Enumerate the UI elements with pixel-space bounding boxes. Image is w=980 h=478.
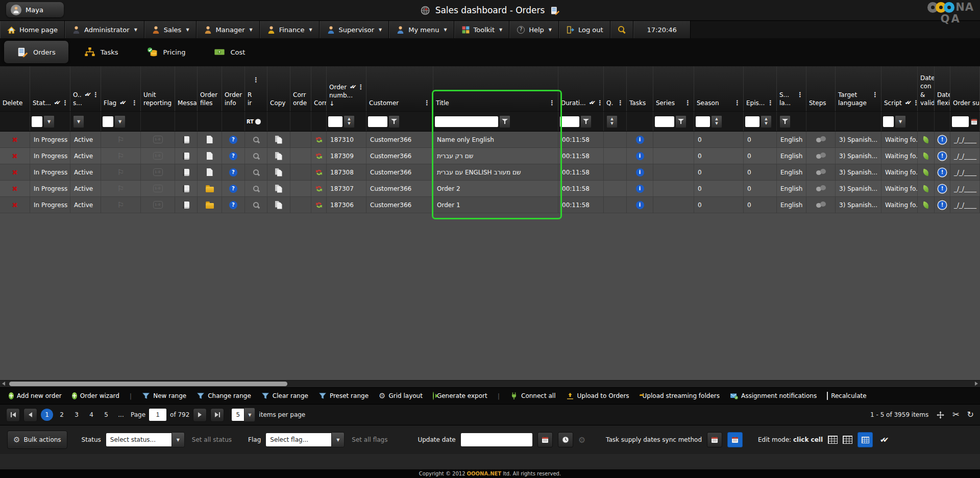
cell-order_number[interactable]: 187310: [327, 132, 366, 147]
steps-icon[interactable]: [816, 185, 826, 192]
cell-message[interactable]: [175, 132, 198, 147]
cell-rtl[interactable]: [245, 164, 267, 180]
next-page-button[interactable]: [193, 408, 207, 422]
order_status-filter-caret[interactable]: ▼: [73, 115, 84, 128]
cell-status[interactable]: In Progress: [30, 164, 70, 180]
column-header-customer[interactable]: Customer⋮: [366, 66, 433, 111]
cell-corr_order[interactable]: [290, 132, 311, 147]
grid-view-icon-2[interactable]: [843, 436, 852, 444]
cell-season[interactable]: 0: [694, 197, 744, 213]
cell-script[interactable]: Waiting fo...: [881, 148, 918, 164]
toolbar-button-new-range[interactable]: New range: [137, 389, 191, 402]
series-filter-input[interactable]: [655, 116, 674, 127]
cell-copy[interactable]: [267, 132, 290, 147]
cell-status[interactable]: In Progress: [30, 148, 70, 164]
cell-quantity[interactable]: [604, 197, 627, 213]
cell-target_language[interactable]: 3) Spanish...: [836, 148, 881, 164]
cell-duration[interactable]: 00:11:58: [558, 164, 604, 180]
cell-source_language[interactable]: English: [777, 164, 806, 180]
cell-copy[interactable]: [267, 197, 290, 213]
cell-copy[interactable]: [267, 148, 290, 164]
order_supply-filter-input[interactable]: [952, 116, 969, 127]
cell-season[interactable]: 0: [694, 132, 744, 147]
column-menu-icon[interactable]: ⋮: [253, 78, 259, 83]
menu-item-home-page[interactable]: Home page: [0, 21, 65, 38]
column-header-order_supply[interactable]: Order su...: [950, 66, 980, 111]
cell-corr[interactable]: [311, 181, 327, 196]
cell-date_flexible[interactable]: !: [935, 181, 950, 196]
cell-source_language[interactable]: English: [777, 181, 806, 196]
cell-date_confirm_valid[interactable]: [918, 148, 935, 164]
cell-episode[interactable]: 0: [744, 181, 777, 196]
cell-copy[interactable]: [267, 181, 290, 196]
series-filter-button[interactable]: [675, 115, 687, 128]
scrollbar-thumb[interactable]: [9, 382, 287, 386]
tab-tasks[interactable]: Tasks: [71, 41, 131, 63]
cell-date_confirm_valid[interactable]: [918, 164, 935, 180]
column-header-date_confirm_valid[interactable]: Datecon&valid: [918, 66, 935, 111]
menu-item-sales[interactable]: Sales▼: [144, 21, 197, 38]
correspondence-icon[interactable]: [315, 152, 323, 160]
cell-tasks[interactable]: i: [627, 181, 653, 196]
cell-delete[interactable]: ✖: [0, 132, 30, 147]
cell-order_number[interactable]: 187307: [327, 181, 366, 196]
copy-icon[interactable]: [275, 168, 283, 177]
date-flexible-icon[interactable]: !: [938, 168, 946, 177]
cell-target_language[interactable]: 3) Spanish...: [836, 164, 881, 180]
column-menu-icon[interactable]: ⋮: [358, 85, 364, 90]
order-info-icon[interactable]: ?: [229, 168, 237, 177]
magnifier-icon[interactable]: [253, 185, 260, 192]
cell-date_flexible[interactable]: !: [935, 164, 950, 180]
tab-pricing[interactable]: Pricing: [134, 41, 199, 63]
cell-duration[interactable]: 00:11:58: [558, 148, 604, 164]
flag-icon[interactable]: ⚐: [117, 184, 124, 193]
toolbar-button-connect-all[interactable]: Connect all: [505, 389, 560, 402]
message-icon[interactable]: [183, 202, 189, 209]
tasks-info-icon[interactable]: i: [636, 185, 644, 193]
cell-title[interactable]: Order 2: [433, 181, 558, 196]
select-all-icon[interactable]: ✔✔: [119, 99, 124, 106]
duration-filter-input[interactable]: [560, 116, 579, 127]
cell-tasks[interactable]: i: [627, 197, 653, 213]
menu-item-finance[interactable]: Finance▼: [260, 21, 320, 38]
page-button-5[interactable]: 5: [100, 409, 112, 421]
menu-item-my-menu[interactable]: My menu▼: [389, 21, 454, 38]
cell-copy[interactable]: [267, 164, 290, 180]
cell-message[interactable]: [175, 148, 198, 164]
cell-order_status[interactable]: Active: [70, 164, 101, 180]
folder-icon[interactable]: [206, 187, 214, 192]
delete-icon[interactable]: ✖: [12, 168, 18, 177]
unit-reporting-icon[interactable]: 1-0: [153, 185, 163, 192]
cell-order_number[interactable]: 187309: [327, 148, 366, 164]
flag-select[interactable]: Select flag... ▼: [266, 432, 345, 447]
cell-customer[interactable]: Customer366: [366, 197, 433, 213]
flag-icon[interactable]: ⚐: [117, 168, 124, 177]
column-header-unit_reporting[interactable]: Unitreporting: [141, 66, 175, 111]
cell-duration[interactable]: 00:11:58: [558, 197, 604, 213]
cell-order_supply[interactable]: _/_/____: [950, 164, 980, 180]
column-menu-icon[interactable]: ⋮: [62, 100, 68, 106]
cell-unit_reporting[interactable]: 1-0: [141, 132, 175, 147]
tasks-info-icon[interactable]: i: [636, 136, 644, 144]
date-confirm-icon[interactable]: [922, 136, 930, 143]
select-all-icon[interactable]: ✔✔: [350, 84, 354, 90]
status-select[interactable]: Select status... ▼: [106, 432, 185, 447]
cell-delete[interactable]: ✖: [0, 197, 30, 213]
cell-delete[interactable]: ✖: [0, 181, 30, 196]
toolbar-button-add-new-order[interactable]: +Add new order: [4, 389, 66, 402]
file-icon[interactable]: [207, 136, 213, 143]
unit-reporting-icon[interactable]: 1-0: [153, 152, 163, 160]
tasks-info-icon[interactable]: i: [636, 201, 644, 209]
cell-rtl[interactable]: [245, 197, 267, 213]
cell-quantity[interactable]: [604, 132, 627, 147]
cell-order_status[interactable]: Active: [70, 132, 101, 147]
toolbar-button-preset-range[interactable]: Preset range: [314, 389, 373, 402]
cell-quantity[interactable]: [604, 164, 627, 180]
cell-customer[interactable]: Customer366: [366, 181, 433, 196]
copy-icon[interactable]: [275, 201, 283, 209]
apply-all-icon[interactable]: ✔✔: [880, 436, 886, 444]
grid-view-active-button[interactable]: [857, 432, 873, 447]
cell-status[interactable]: In Progress: [30, 197, 70, 213]
flag-icon[interactable]: ⚐: [117, 135, 124, 144]
clock-button[interactable]: [558, 432, 573, 447]
